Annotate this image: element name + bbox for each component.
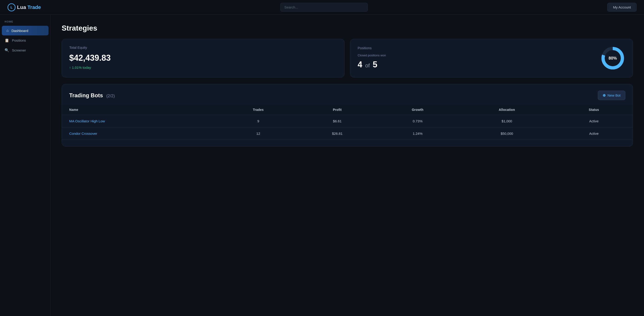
positions-icon: 📋 xyxy=(4,38,9,42)
bot-name-1[interactable]: Condor Crossover xyxy=(69,132,97,136)
sidebar-section-label: HOME xyxy=(0,20,50,26)
bot-trades-1: 12 xyxy=(218,128,298,140)
equity-card: Total Equity $42,439.83 ↑ 1.01% today xyxy=(62,39,344,78)
screener-icon: 🔍 xyxy=(4,48,9,52)
donut-label: 80% xyxy=(608,56,617,61)
plus-icon: ⊕ xyxy=(602,93,606,98)
table-row: MA Oscillator High Low 9 $6.61 0.73% $1,… xyxy=(62,115,633,128)
new-bot-button[interactable]: ⊕ New Bot xyxy=(598,90,625,100)
table-header: Name Trades Profit Growth Allocation Sta… xyxy=(62,105,633,115)
table-body: MA Oscillator High Low 9 $6.61 0.73% $1,… xyxy=(62,115,633,140)
trading-bots-table: Name Trades Profit Growth Allocation Sta… xyxy=(62,105,633,140)
bot-growth-0: 0.73% xyxy=(376,115,458,128)
equity-trend: ↑ 1.01% today xyxy=(69,66,337,70)
trading-bots-card: Trading Bots (2/2) ⊕ New Bot Name Trades… xyxy=(62,84,633,146)
col-name: Name xyxy=(62,105,218,115)
positions-label: Positions xyxy=(358,46,600,50)
positions-fraction: 4 of 5 xyxy=(358,60,600,70)
logo-trade: Trade xyxy=(27,4,41,10)
search-input[interactable] xyxy=(280,3,368,12)
col-growth: Growth xyxy=(376,105,458,115)
trading-bots-count: (2/2) xyxy=(106,94,115,98)
bot-growth-1: 1.24% xyxy=(376,128,458,140)
positions-info: Positions Closed positions won 4 of 5 xyxy=(358,46,600,70)
header: L LuaTrade My Account xyxy=(0,0,644,15)
positions-of: of xyxy=(364,62,371,68)
positions-won: 4 xyxy=(358,60,362,69)
equity-label: Total Equity xyxy=(69,46,337,50)
svg-text:L: L xyxy=(10,6,13,9)
sidebar-label-positions: Positions xyxy=(12,38,26,42)
my-account-button[interactable]: My Account xyxy=(607,3,637,12)
new-bot-label: New Bot xyxy=(608,93,620,97)
bot-name-0[interactable]: MA Oscillator High Low xyxy=(69,119,105,123)
logo-icon: L xyxy=(7,3,16,12)
col-trades: Trades xyxy=(218,105,298,115)
sidebar-label-dashboard: Dashboard xyxy=(12,29,28,33)
home-icon: ⌂ xyxy=(6,28,9,33)
page-title: Strategies xyxy=(62,24,633,32)
trading-bots-header: Trading Bots (2/2) ⊕ New Bot xyxy=(62,90,633,105)
bot-profit-1: $26.81 xyxy=(298,128,376,140)
bot-allocation-0: $1,000 xyxy=(458,115,555,128)
sidebar-item-screener[interactable]: 🔍 Screener xyxy=(0,45,50,55)
bot-status-0: Active xyxy=(555,115,633,128)
sidebar-label-screener: Screener xyxy=(12,48,26,52)
sidebar-item-positions[interactable]: 📋 Positions xyxy=(0,36,50,45)
equity-value: $42,439.83 xyxy=(69,53,337,63)
col-allocation: Allocation xyxy=(458,105,555,115)
bot-allocation-1: $50,000 xyxy=(458,128,555,140)
positions-sublabel: Closed positions won xyxy=(358,54,600,57)
layout: HOME ⌂ Dashboard 📋 Positions 🔍 Screener … xyxy=(0,15,644,316)
sidebar-item-dashboard[interactable]: ⌂ Dashboard xyxy=(2,26,48,36)
donut-chart: 80% xyxy=(600,46,625,71)
bot-status-1: Active xyxy=(555,128,633,140)
col-status: Status xyxy=(555,105,633,115)
sidebar: HOME ⌂ Dashboard 📋 Positions 🔍 Screener xyxy=(0,15,50,316)
trading-bots-title: Trading Bots xyxy=(69,92,103,98)
col-profit: Profit xyxy=(298,105,376,115)
bot-trades-0: 9 xyxy=(218,115,298,128)
positions-total: 5 xyxy=(372,60,377,69)
bot-profit-0: $6.61 xyxy=(298,115,376,128)
search-bar[interactable] xyxy=(280,3,368,12)
logo: L LuaTrade xyxy=(7,3,41,12)
table-row: Condor Crossover 12 $26.81 1.24% $50,000… xyxy=(62,128,633,140)
logo-lua: Lua xyxy=(17,4,26,10)
trading-bots-title-area: Trading Bots (2/2) xyxy=(69,92,115,99)
cards-row: Total Equity $42,439.83 ↑ 1.01% today Po… xyxy=(62,39,633,78)
positions-card: Positions Closed positions won 4 of 5 xyxy=(350,39,633,78)
main-content: Strategies Total Equity $42,439.83 ↑ 1.0… xyxy=(50,15,644,316)
